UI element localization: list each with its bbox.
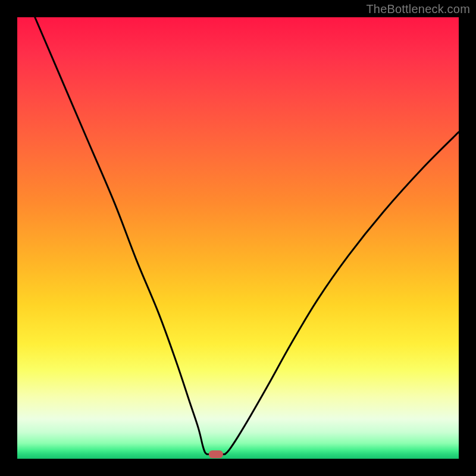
bottleneck-curve bbox=[35, 17, 459, 455]
plot-area bbox=[17, 17, 459, 459]
optimum-marker-icon bbox=[209, 450, 223, 458]
watermark-text: TheBottleneck.com bbox=[366, 2, 470, 16]
chart-stage: TheBottleneck.com bbox=[0, 0, 476, 476]
curve-layer bbox=[17, 17, 459, 459]
